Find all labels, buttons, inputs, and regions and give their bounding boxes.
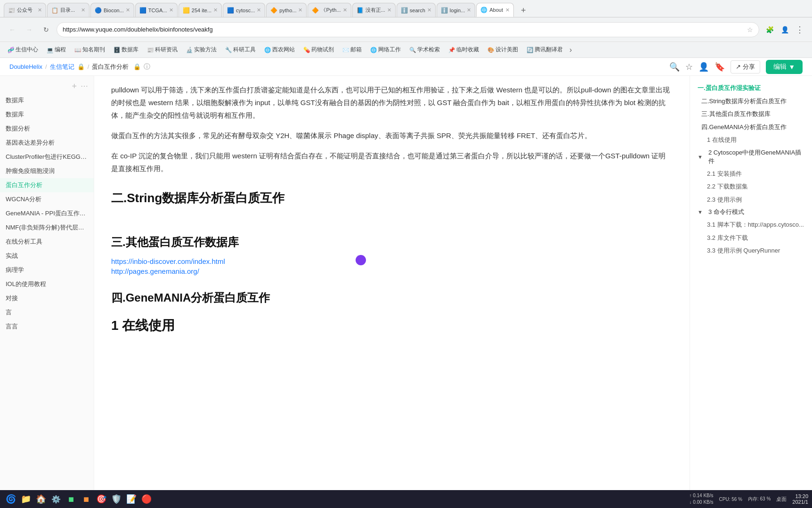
tab-close-icon-9[interactable]: ✕ <box>387 7 391 13</box>
toc-item-5[interactable]: 1 在线使用 <box>694 133 808 147</box>
taskbar-app2-icon[interactable]: ■ <box>79 492 93 506</box>
desktop-button[interactable]: 桌面 <box>776 496 787 503</box>
taskbar-app4-icon[interactable]: 🛡️ <box>109 492 123 506</box>
bookmarks-more-button[interactable]: › <box>569 46 572 54</box>
taskbar-app6-icon[interactable]: 🔴 <box>139 492 154 506</box>
toc-section-commandline[interactable]: ▼ 3 命令行模式 <box>694 206 808 218</box>
tab-item-catalog[interactable]: 📋 目录... ✕ <box>47 3 89 17</box>
sidebar-item-wgcna[interactable]: WGCNA分析 <box>0 192 94 206</box>
tab-item-search[interactable]: ℹ️ search ✕ <box>397 3 436 17</box>
tab-item-cytosc[interactable]: 🟦 cytosc... ✕ <box>223 3 265 17</box>
profile-button[interactable]: 👤 <box>778 23 791 36</box>
bookmark-email[interactable]: ✉️ 邮箱 <box>339 45 365 55</box>
bookmark-biancheng[interactable]: 💻 编程 <box>43 45 70 55</box>
toc-item-3[interactable]: 三.其他蛋白质互作数据库 <box>694 107 808 121</box>
tab-close-icon-12[interactable]: ✕ <box>505 7 510 13</box>
sidebar-item-data-analysis[interactable]: 数据分析 <box>0 122 94 136</box>
more-icon[interactable]: ⋯ <box>81 82 88 91</box>
bookmark-database[interactable]: 🗄️ 数据库 <box>110 45 142 55</box>
bookmark-temp[interactable]: 📌 临时收藏 <box>445 45 483 55</box>
bookmark-shengxin[interactable]: 🧬 生信中心 <box>4 45 42 55</box>
tab-close-icon-8[interactable]: ✕ <box>343 7 347 13</box>
taskbar-apps-icon[interactable]: 🏠 <box>34 492 48 506</box>
tab-close-icon[interactable]: ✕ <box>38 7 42 13</box>
toc-item-2[interactable]: 二.String数据库分析蛋白质互作 <box>694 95 808 108</box>
tab-close-icon-7[interactable]: ✕ <box>298 7 302 13</box>
tab-item-biocon[interactable]: 🔵 Biocon... ✕ <box>90 3 134 17</box>
bookmark-design[interactable]: 🎨 设计美图 <box>484 45 522 55</box>
add-icon[interactable]: + <box>72 82 77 91</box>
sidebar-item-genemania[interactable]: GeneMANIA - PPI蛋白互作网络 <box>0 206 94 221</box>
tab-item-tcga[interactable]: 🟦 TCGA... ✕ <box>135 3 178 17</box>
sidebar-item-iol[interactable]: IOL的使用教程 <box>0 277 94 291</box>
tab-close-icon-3[interactable]: ✕ <box>126 7 130 13</box>
tab-close-icon-6[interactable]: ✕ <box>257 7 261 13</box>
sidebar-item-nmf[interactable]: NMF(非负矩阵分解)替代层次聚... <box>0 221 94 235</box>
bookmark-academic-search[interactable]: 🔍 学术检索 <box>406 45 444 55</box>
sidebar-item-tumor-immune[interactable]: 肿瘤免疫细胞浸润 <box>0 164 94 178</box>
share-button[interactable]: ↗ 分享 <box>731 60 760 74</box>
taskbar-files-icon[interactable]: 📁 <box>19 492 33 506</box>
bookmark-tools[interactable]: 🔧 科研工具 <box>221 45 260 55</box>
toc-item-7[interactable]: 2.1 安装插件 <box>694 167 808 180</box>
search-icon[interactable]: 🔍 <box>669 62 680 72</box>
toc-item-11[interactable]: 3.1 脚本下载：http://apps.cytosco... <box>694 218 808 231</box>
tab-close-icon-11[interactable]: ✕ <box>467 7 471 13</box>
sidebar-item-docking[interactable]: 对接 <box>0 291 94 305</box>
extensions-button[interactable]: 🧩 <box>763 23 776 36</box>
bookmark-journals[interactable]: 📖 知名期刊 <box>71 45 109 55</box>
user-icon[interactable]: 👤 <box>698 62 709 72</box>
bookmark-translate[interactable]: 🔄 腾讯翻译君 <box>523 45 567 55</box>
bookmark-drugs[interactable]: 💊 药物试剂 <box>300 45 338 55</box>
toc-item-1[interactable]: 一.蛋白质互作湿实验证 <box>694 82 808 95</box>
tab-item-gongzhonghao[interactable]: 📰 公众号 ✕ <box>4 3 46 17</box>
breadcrumb-shengxin-notes[interactable]: 生信笔记 <box>50 63 74 71</box>
refresh-button[interactable]: ↻ <box>40 23 53 36</box>
tab-close-icon-2[interactable]: ✕ <box>81 7 85 13</box>
star-icon[interactable]: ☆ <box>685 62 693 72</box>
address-bar[interactable]: https://www.yuque.com/doublehelix/bioinf… <box>57 22 759 37</box>
toc-section-cytoscope[interactable]: ▼ 2 Cytoscope中使用GeneMANIA插件 <box>694 147 808 167</box>
bookmark-network[interactable]: 🌐 网络工作 <box>366 45 405 55</box>
taskbar-edge-icon[interactable]: 🌀 <box>4 492 18 506</box>
bookmark-experiment[interactable]: 🔬 实验方法 <box>182 45 220 55</box>
tab-item-about[interactable]: 🌐 About ✕ <box>476 3 514 17</box>
breadcrumb-doublehelix[interactable]: DoubleHelix <box>9 63 42 70</box>
taskbar-app5-icon[interactable]: 📝 <box>124 492 138 506</box>
genemania-link[interactable]: http://pages.genemania.org/ <box>111 267 671 275</box>
sidebar-item-pathology[interactable]: 病理学 <box>0 263 94 277</box>
tab-item-254[interactable]: 🟨 254 ite... ✕ <box>179 3 222 17</box>
info-icon[interactable]: ⓘ <box>144 63 150 71</box>
toc-item-8[interactable]: 2.2 下载数据集 <box>694 180 808 193</box>
new-tab-button[interactable]: + <box>517 4 530 17</box>
toc-item-4[interactable]: 四.GeneMANIA分析蛋白质互作 <box>694 121 808 134</box>
tab-close-icon-4[interactable]: ✕ <box>169 7 173 13</box>
tab-item-login[interactable]: ℹ️ login... ✕ <box>437 3 475 17</box>
toc-item-13[interactable]: 3.3 使用示例 QueryRunner <box>694 244 808 257</box>
back-button[interactable]: ← <box>6 23 19 36</box>
sidebar-item-speech[interactable]: 言 <box>0 305 94 320</box>
forward-button[interactable]: → <box>23 23 36 36</box>
sidebar-item-clusterprofiler[interactable]: ClusterProfiler包进行KEGG,GO... <box>0 150 94 164</box>
taskbar-app3-icon[interactable]: 🎯 <box>94 492 108 506</box>
toc-item-9[interactable]: 2.3 使用示例 <box>694 193 808 206</box>
sidebar-item-speech2[interactable]: 言言 <box>0 320 94 334</box>
sidebar-item-practice[interactable]: 实战 <box>0 249 94 263</box>
sidebar-item-protein-interaction[interactable]: 蛋白互作分析 <box>0 178 94 192</box>
tab-item-python2[interactable]: 🔶 《Pyth... ✕ <box>308 3 351 17</box>
bookmark-xian[interactable]: 🌐 西农网站 <box>260 45 299 55</box>
bookmark-icon-page[interactable]: 🔖 <box>715 62 725 72</box>
sidebar-item-database2[interactable]: 数据库 <box>0 107 94 122</box>
toc-item-12[interactable]: 3.2 库文件下载 <box>694 231 808 245</box>
menu-button[interactable]: ⋮ <box>793 23 806 36</box>
inbio-link[interactable]: https://inbio-discover.com/index.html <box>111 257 671 265</box>
tab-item-noright[interactable]: 📘 没有正... ✕ <box>352 3 396 17</box>
taskbar-settings-icon[interactable]: ⚙️ <box>49 492 63 506</box>
tab-item-python[interactable]: 🔶 pytho... ✕ <box>266 3 307 17</box>
sidebar-item-database1[interactable]: 数据库 <box>0 93 94 107</box>
sidebar-item-online-tools[interactable]: 在线分析工具 <box>0 235 94 249</box>
bookmark-research-news[interactable]: 📰 科研资讯 <box>143 45 181 55</box>
tab-close-icon-5[interactable]: ✕ <box>213 7 218 13</box>
edit-button[interactable]: 编辑 ▼ <box>766 60 803 74</box>
bookmark-star-icon[interactable]: ☆ <box>747 26 753 33</box>
